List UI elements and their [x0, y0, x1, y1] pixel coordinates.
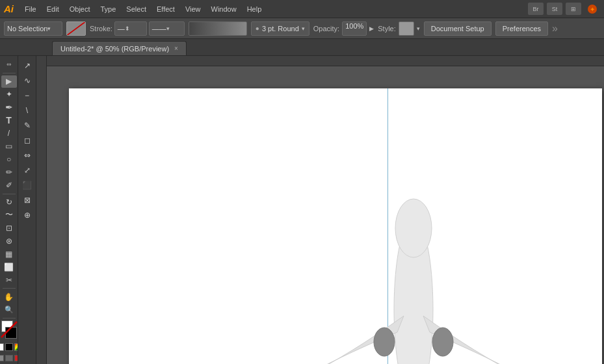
stroke-weight-input[interactable]: — ⬍ [114, 21, 147, 36]
delete-anchor-button[interactable]: − [20, 88, 35, 103]
artboard-tool-button[interactable]: ⬜ [1, 261, 17, 273]
line-tool-button[interactable]: / [1, 127, 17, 140]
magic-wand-tool-button[interactable]: ✦ [1, 88, 17, 101]
zoom-tool-button[interactable]: 🔍 [1, 304, 17, 316]
stroke-dropdown[interactable]: —— ▾ [149, 21, 185, 36]
style-swatch[interactable] [399, 21, 414, 36]
style-group: Style: ▾ [378, 21, 420, 36]
symbol-tool-button[interactable]: ⊛ [1, 235, 17, 247]
tool-separator-1 [3, 73, 16, 73]
rect-icon: ▭ [5, 142, 12, 151]
airplane-svg [283, 192, 531, 364]
type-tool-button[interactable]: T [1, 114, 17, 127]
artboard-icon: ⬜ [4, 263, 14, 272]
selection-tool-button[interactable]: ▶ [1, 75, 17, 88]
eraser-button[interactable]: ◻ [20, 133, 35, 148]
preferences-button[interactable]: Preferences [495, 21, 548, 36]
menu-object[interactable]: Object [65, 4, 95, 14]
reflect-icon: ⇔ [24, 151, 31, 160]
airplane-illustration [283, 192, 531, 364]
fg-bg-swatches[interactable] [0, 320, 18, 339]
pencil-2-button[interactable]: ✎ [20, 118, 35, 133]
opacity-more-icon[interactable]: ▶ [369, 25, 374, 32]
tab-title: Untitled-2* @ 50% (RGB/Preview) [60, 45, 169, 53]
artboard [69, 88, 602, 364]
tab-close-button[interactable]: × [174, 45, 178, 52]
selection-dropdown[interactable]: No Selection ▾ [4, 21, 62, 36]
menu-select[interactable]: Select [122, 4, 151, 14]
none-color-icon [0, 320, 18, 339]
menu-window[interactable]: Window [207, 4, 241, 14]
warp-tool-button[interactable]: 〜 [1, 209, 17, 221]
pen-icon: ✒ [5, 102, 13, 112]
variable-width-profile[interactable] [189, 21, 247, 36]
zoom-2-icon: ⊕ [24, 211, 31, 220]
stroke-label: Stroke: [90, 25, 112, 32]
direct-select-2-icon: ↗ [24, 61, 31, 70]
opacity-label: Opacity: [313, 25, 339, 32]
svg-point-8 [432, 328, 453, 356]
pencil-tool-button[interactable]: ✐ [1, 179, 17, 192]
rotate-tool-button[interactable]: ↻ [1, 196, 17, 208]
pencil-2-icon: ✎ [24, 121, 31, 130]
bridge-icon[interactable]: Br [528, 3, 544, 15]
grid-icon[interactable]: ⊞ [566, 3, 581, 15]
app-icons-group: Br St ⊞ ✦ [528, 3, 600, 15]
line-segment-button[interactable]: \ [20, 103, 35, 118]
delete-anchor-icon: − [25, 91, 29, 100]
black-swatch-button[interactable] [5, 343, 13, 351]
ellipse-tool-button[interactable]: ○ [1, 153, 17, 166]
eraser-icon: ◻ [24, 136, 31, 145]
symbol-icon: ⊛ [6, 237, 12, 246]
tool-separator-2 [3, 194, 16, 194]
arrow-toggle-icon[interactable]: » [552, 23, 558, 34]
slice-icon: ✂ [6, 276, 12, 285]
lasso-2-icon: ∿ [24, 76, 31, 85]
lasso-2-button[interactable]: ∿ [20, 73, 35, 88]
ellipse-icon: ○ [7, 155, 11, 164]
color-swatches-group [0, 320, 18, 361]
menu-help[interactable]: Help [243, 4, 267, 14]
document-tab[interactable]: Untitled-2* @ 50% (RGB/Preview) × [52, 41, 187, 55]
screen-mode-button[interactable] [0, 355, 4, 361]
free-transform-button[interactable]: ⊡ [1, 222, 17, 234]
free-transform-icon: ⊡ [6, 224, 12, 233]
canvas-area [36, 56, 604, 364]
white-swatch-button[interactable] [0, 343, 4, 351]
screen-mode-2-button[interactable] [5, 355, 13, 361]
column-graph-button[interactable]: ⬛ [20, 178, 35, 192]
svg-line-4 [1, 322, 17, 337]
vertical-ruler [36, 56, 47, 364]
pen-tool-button[interactable]: ✒ [1, 101, 17, 114]
bar-chart-icon: ▦ [5, 250, 12, 259]
horizontal-ruler [36, 56, 604, 66]
tool-separator-3 [3, 288, 16, 289]
toolbar-toggle-button[interactable]: ⇔ [1, 58, 17, 71]
opacity-input[interactable]: 100% [342, 21, 367, 36]
stroke-spinner-icon[interactable]: ⬍ [125, 25, 130, 32]
menu-effect[interactable]: Effect [152, 4, 179, 14]
document-setup-button[interactable]: Document Setup [424, 21, 492, 36]
opacity-group: Opacity: 100% ▶ [313, 21, 374, 36]
bar-chart-button[interactable]: ▦ [1, 248, 17, 260]
stock-icon[interactable]: St [547, 3, 562, 15]
slice-select-button[interactable]: ⊠ [20, 193, 35, 207]
flame-icon[interactable]: ✦ [584, 3, 600, 15]
reshape-button[interactable]: ⤢ [20, 163, 35, 177]
menu-type[interactable]: Type [96, 4, 121, 14]
reflect-button[interactable]: ⇔ [20, 148, 35, 162]
brush-tool-button[interactable]: ✏ [1, 166, 17, 179]
menu-view[interactable]: View [181, 4, 205, 14]
direct-select-2-button[interactable]: ↗ [20, 58, 35, 73]
line-segment-icon: \ [26, 106, 28, 115]
hand-tool-button[interactable]: ✋ [1, 291, 17, 303]
type-icon: T [6, 115, 12, 125]
options-bar: No Selection ▾ Stroke: — ⬍ —— ▾ ● 3 pt. … [0, 18, 604, 39]
fill-swatch[interactable] [66, 21, 86, 36]
zoom-2-button[interactable]: ⊕ [20, 208, 35, 222]
pt-round-selector[interactable]: ● 3 pt. Round ▾ [251, 21, 309, 36]
menu-edit[interactable]: Edit [42, 4, 64, 14]
rect-tool-button[interactable]: ▭ [1, 140, 17, 153]
menu-file[interactable]: File [20, 4, 41, 14]
slice-tool-button[interactable]: ✂ [1, 274, 17, 286]
